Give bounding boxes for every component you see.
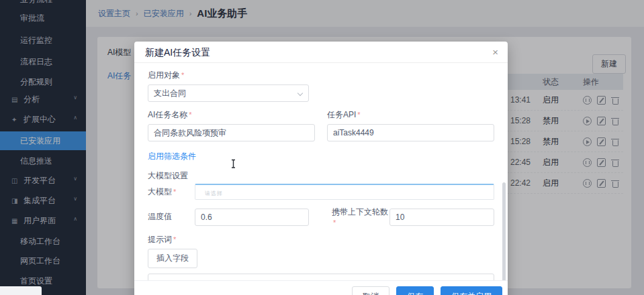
required-mark: * bbox=[357, 111, 360, 119]
modal-body: 启用对象* 支出合同 AI任务名称* 任务API* 启用筛选条件 大模型设置 bbox=[134, 63, 508, 280]
save-button[interactable]: 保存 bbox=[396, 286, 434, 295]
new-ai-task-modal: 新建AI任务设置 × 启用对象* 支出合同 AI任务名称* 任务API* bbox=[134, 42, 508, 295]
temperature-input[interactable] bbox=[195, 209, 309, 226]
required-mark: * bbox=[173, 188, 176, 196]
enable-target-select[interactable]: 支出合同 bbox=[148, 84, 309, 102]
app-window: 业务流程 审批流 运行监控 流程日志 分配规则 ▤分析 ∨ ✦扩展中心 ∧ 已安… bbox=[0, 0, 644, 295]
context-rounds-input[interactable] bbox=[389, 209, 494, 226]
context-rounds-label: 携带上下文轮数 bbox=[332, 207, 388, 217]
modal-footer: 取消 保存 保存并启用 bbox=[134, 280, 508, 295]
model-select[interactable]: 请选择 bbox=[195, 184, 494, 200]
prompt-textarea[interactable] bbox=[148, 274, 494, 280]
model-select-hint: 请选择 bbox=[205, 190, 223, 197]
cancel-button[interactable]: 取消 bbox=[352, 286, 389, 295]
task-name-label: AI任务名称 bbox=[148, 110, 187, 119]
modal-header: 新建AI任务设置 × bbox=[134, 42, 508, 63]
enable-filter-link[interactable]: 启用筛选条件 bbox=[148, 152, 196, 161]
task-api-label: 任务API bbox=[327, 110, 356, 119]
required-mark: * bbox=[181, 71, 184, 79]
required-mark: * bbox=[173, 235, 176, 243]
bottom-left-popup bbox=[0, 286, 42, 295]
temperature-label: 温度值 bbox=[148, 211, 195, 223]
prompt-label: 提示词 bbox=[148, 235, 172, 244]
modal-title: 新建AI任务设置 bbox=[145, 47, 210, 58]
enable-target-label: 启用对象 bbox=[148, 70, 180, 80]
save-and-enable-button[interactable]: 保存并启用 bbox=[441, 286, 502, 295]
required-mark: * bbox=[333, 219, 336, 227]
required-mark: * bbox=[189, 111, 191, 119]
chevron-down-icon bbox=[297, 91, 303, 96]
task-name-input[interactable] bbox=[148, 124, 315, 141]
text-cursor bbox=[230, 159, 237, 172]
task-api-input[interactable] bbox=[327, 124, 494, 141]
close-icon[interactable]: × bbox=[492, 42, 498, 63]
modal-scrollbar-thumb[interactable] bbox=[502, 182, 506, 282]
model-section-label: 大模型设置 bbox=[148, 170, 494, 182]
model-label: 大模型 bbox=[148, 187, 172, 196]
insert-field-button[interactable]: 插入字段 bbox=[148, 249, 197, 268]
